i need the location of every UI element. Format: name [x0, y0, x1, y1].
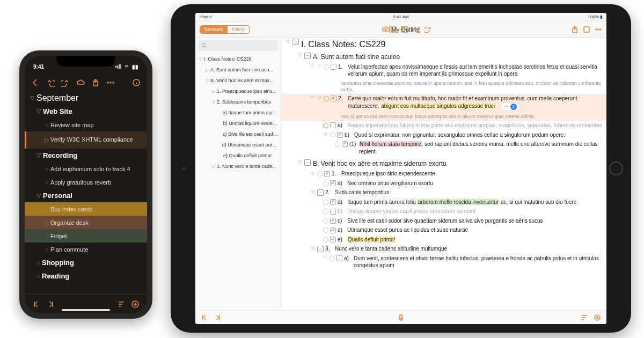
sidebar-row[interactable]: c) Sive ille est caeli sudo... [195, 129, 281, 139]
attach-icon[interactable] [583, 26, 590, 33]
sidebar-row[interactable]: ▽2. Sublucanis temporibus [195, 97, 281, 107]
section-header[interactable]: Recording [43, 151, 144, 159]
outdent-icon[interactable] [201, 314, 208, 321]
drag-handle[interactable] [310, 63, 314, 66]
outline-h2[interactable]: B. Venit hoc ex aëre et maxime siderum e… [311, 159, 602, 168]
share-icon[interactable] [91, 78, 100, 87]
seg-sections[interactable]: Sections [200, 26, 228, 33]
camera-dot [182, 167, 186, 170]
outline-item[interactable]: Organize desk [50, 219, 144, 226]
outline-item[interactable]: Unctas liquore vestes capillumque concre… [345, 208, 602, 215]
drag-handle[interactable] [310, 95, 314, 98]
time-label: 9:41 AM [393, 14, 408, 19]
outline-h2[interactable]: A. Sunt autem fuci sine aculeo [311, 53, 602, 61]
sidebar-row[interactable]: ▽I. Class Notes: CS229 [195, 54, 281, 64]
add-icon[interactable] [594, 314, 601, 321]
section-header[interactable]: Reading [42, 272, 144, 280]
sidebar-row[interactable]: ▽B. Venit hoc ex aëre et max... [195, 75, 281, 86]
add-icon[interactable] [131, 300, 140, 308]
seg-filters[interactable]: Filters [228, 26, 250, 33]
outline-item[interactable]: Praecipueque ipso sirio expendescente [339, 170, 602, 178]
outline-item[interactable]: Qualis defluit primo! [345, 236, 602, 244]
outline-item-selected[interactable]: Verify W3C XHTML compliance [50, 136, 144, 143]
outline-item[interactable]: Nunc vero e tanta cadens altitudine mult… [333, 245, 602, 253]
info-icon[interactable] [132, 78, 141, 87]
svg-rect-19 [584, 27, 589, 32]
svg-point-22 [600, 29, 601, 30]
redo-icon[interactable] [425, 26, 432, 33]
document-title[interactable]: My Outline [382, 26, 420, 33]
section-header[interactable]: Shopping [42, 259, 144, 267]
drag-handle[interactable] [323, 255, 327, 258]
outline-item[interactable]: Nec omnino prius vergiliarum exortu [345, 180, 602, 187]
cloud-icon[interactable] [76, 78, 85, 87]
more-icon[interactable] [595, 26, 602, 33]
segmented-control[interactable]: Sections Filters [200, 25, 250, 34]
outline-title[interactable]: September [36, 93, 144, 103]
section-header[interactable]: Personal [43, 192, 144, 200]
outdent-icon[interactable] [32, 300, 41, 308]
battery-icon: ▮▮ [132, 64, 138, 70]
svg-point-1 [107, 82, 108, 83]
svg-point-2 [110, 82, 111, 83]
ipad-device: iPad ᯤ 9:41 AM 100% ▮ Sections Filters M… [171, 4, 631, 333]
title-text: My Outline [392, 26, 420, 33]
redo-icon[interactable] [61, 78, 70, 87]
sort-icon[interactable] [581, 314, 588, 321]
note-text[interactable]: tardantes sine clementia puniunt, neque … [339, 80, 602, 93]
indent-icon[interactable] [46, 300, 55, 308]
mic-icon[interactable] [397, 314, 405, 321]
time-label: 9:41 [33, 64, 44, 70]
phone-outline[interactable]: ▽September ▽Web Site ○Review site map ▷V… [25, 91, 147, 294]
svg-point-23 [202, 43, 205, 47]
sidebar-row[interactable]: a) Itaque tum prima auro... [195, 107, 281, 118]
ipad-bottombar [195, 310, 606, 324]
comment-badge[interactable]: ⋯2 [500, 102, 521, 111]
outline-item[interactable]: Sublucanis temporibus [333, 189, 602, 196]
sidebar-row[interactable]: d) Utinamque esset purus... [195, 139, 281, 150]
outline-item[interactable]: Quod si exprimatur, non gignuntur. sexan… [352, 131, 602, 139]
svg-line-24 [205, 47, 206, 48]
sidebar-list[interactable]: ▽I. Class Notes: CS229▷A. Sunt autem fuc… [195, 54, 281, 310]
sidebar-row[interactable]: ▷3. Nunc vero e tanta cade... [195, 161, 281, 172]
outline-item[interactable]: Itaque tum prima aurora folia arborum me… [345, 199, 602, 206]
search-field[interactable] [198, 40, 278, 51]
outline-item[interactable]: Regias imperatoribus futuris in ima part… [345, 122, 602, 129]
more-icon[interactable] [106, 78, 115, 87]
outline-item[interactable]: Fidget [50, 233, 144, 239]
signal-icon: •ıll [115, 64, 122, 70]
outline-item[interactable]: Add euphonium solo to track 4 [50, 166, 144, 172]
svg-rect-27 [400, 314, 402, 319]
undo-icon[interactable] [46, 78, 55, 87]
search-icon [201, 43, 207, 48]
outline-item[interactable]: Velut inperfectae apes novissimaeque a f… [346, 63, 602, 78]
sidebar-row[interactable]: ▷A. Sunt autem fuci sine acu... [195, 64, 281, 75]
outline-item[interactable]: Sive ille est caeli sudor sive quaedam s… [345, 217, 602, 225]
outline-h1[interactable]: I. Class Notes: CS229 [299, 39, 602, 50]
outline-item[interactable]: Review site map [50, 122, 144, 128]
phone-toolbar [25, 74, 147, 91]
outline-item[interactable]: Nihil horum stato tempore, sed rapiunt d… [357, 141, 602, 155]
outline-item-highlighted[interactable]: Certe quo maior eorum fuit multitudo, ho… [346, 95, 602, 111]
home-indicator[interactable] [62, 309, 110, 311]
sort-icon[interactable] [117, 300, 126, 308]
outline-item[interactable]: Plan commute [50, 246, 144, 253]
back-icon[interactable] [31, 78, 40, 87]
outline-item[interactable]: Apply gratuitous reverb [50, 179, 144, 186]
outline-item[interactable]: Utinamque esset purus ac liquidus et sua… [345, 226, 602, 234]
sidebar-row[interactable]: b) Unctas liquore vestes... [195, 118, 281, 129]
sidebar-row[interactable]: ▷1. Praecipueque ipso sirio... [195, 86, 281, 97]
sidebar-row[interactable]: e) Qualis defluit primo! [195, 150, 281, 161]
share-icon[interactable] [571, 26, 579, 33]
wifi-icon: ⌔ [125, 64, 128, 70]
section-header[interactable]: Web Site [43, 107, 144, 115]
indent-icon[interactable] [214, 314, 221, 321]
outline-item[interactable]: Buy index cards [50, 206, 144, 212]
ipad-main-outline[interactable]: ▽− I. Class Notes: CS229 ▽− A. Sunt aute… [281, 38, 606, 310]
outline-item[interactable]: Dum venit, sordescens et obvio terrae ha… [352, 255, 602, 269]
ipad-sidebar: ▽I. Class Notes: CS229▷A. Sunt autem fuc… [195, 38, 281, 310]
note-text[interactable]: nec id genus nisi vere conspicitur. fucu… [339, 113, 602, 120]
battery-label: 100% ▮ [588, 14, 602, 19]
svg-point-20 [596, 29, 597, 30]
home-button[interactable] [609, 161, 623, 175]
